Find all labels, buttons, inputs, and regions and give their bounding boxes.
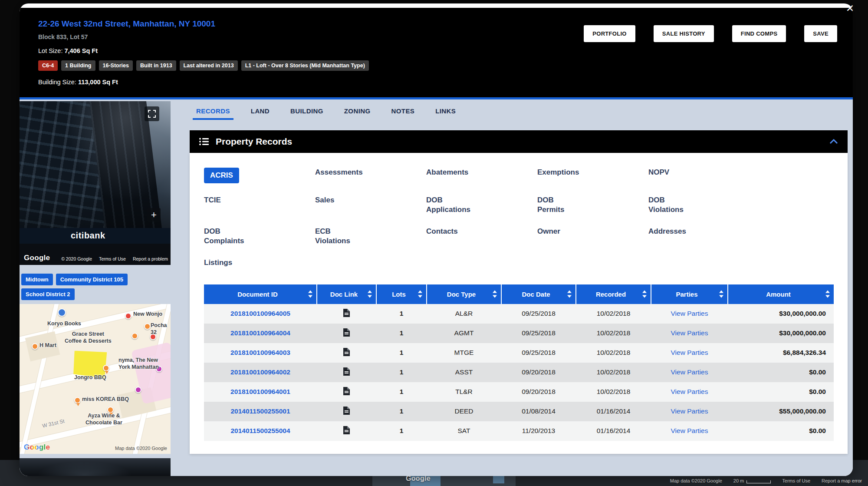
sort-icon[interactable] — [368, 291, 372, 298]
tab-zoning[interactable]: ZONING — [343, 105, 372, 120]
location-map[interactable]: Koryo Books New Wonjo Pocha 32 Grace Str… — [20, 304, 171, 454]
records-nav-contacts[interactable]: Contacts — [426, 227, 458, 236]
street-view-image[interactable]: citibank + Google © 2020 Google Terms of… — [20, 101, 171, 265]
neighborhood-tag[interactable]: Midtown — [21, 274, 53, 285]
doc-link-cell — [317, 324, 376, 343]
records-nav-ecb-violations[interactable]: ECB Violations — [315, 227, 350, 246]
acris-documents-table: Document ID Doc Link Lots Doc Type Doc D… — [204, 284, 834, 441]
aerial-view-image[interactable] — [20, 458, 171, 476]
doc-date-cell: 11/20/2013 — [501, 421, 576, 441]
sale-history-button[interactable]: SALE HISTORY — [654, 25, 714, 42]
document-id-link[interactable]: 2018100100964005 — [204, 304, 317, 324]
column-header-doc-link[interactable]: Doc Link — [317, 284, 376, 304]
zoom-in-icon[interactable]: + — [147, 208, 161, 222]
document-icon[interactable] — [343, 309, 350, 317]
school-district-tag[interactable]: School District 2 — [21, 288, 75, 300]
find-comps-button[interactable]: FIND COMPS — [732, 25, 786, 42]
records-nav-assessments[interactable]: Assessments — [315, 168, 363, 177]
records-nav-dob-applications[interactable]: DOB Applications — [426, 195, 470, 215]
terms-link[interactable]: Terms of Use — [99, 256, 126, 261]
column-header-amount[interactable]: Amount — [728, 284, 834, 304]
sort-icon[interactable] — [719, 291, 723, 298]
document-id-link[interactable]: 2014011500255004 — [204, 421, 317, 441]
document-id-link[interactable]: 2018100100964003 — [204, 343, 317, 363]
view-parties-link[interactable]: View Parties — [651, 324, 728, 343]
portfolio-button[interactable]: PORTFOLIO — [584, 25, 635, 42]
report-map-error-link[interactable]: Report a map error — [822, 478, 862, 483]
column-header-doc-date[interactable]: Doc Date — [501, 284, 576, 304]
collapse-chevron-icon[interactable] — [829, 139, 838, 144]
poi-label: Grace Street Coffee & Desserts — [65, 331, 112, 344]
map-attribution: Map data ©2020 Google — [670, 478, 722, 483]
records-nav-dob-complaints[interactable]: DOB Complaints — [204, 227, 244, 246]
recorded-cell: 10/02/2018 — [576, 382, 651, 402]
poi-marker-icon[interactable] — [107, 407, 114, 413]
records-nav-sales[interactable]: Sales — [315, 195, 334, 205]
sort-icon[interactable] — [567, 291, 572, 298]
document-icon[interactable] — [343, 328, 350, 337]
document-id-link[interactable]: 2018100100964004 — [204, 324, 317, 343]
terms-link[interactable]: Terms of Use — [782, 478, 810, 483]
records-nav-tcie[interactable]: TCIE — [204, 195, 221, 205]
sort-icon[interactable] — [418, 291, 422, 298]
poi-label: H Mart — [39, 342, 56, 349]
tab-building[interactable]: BUILDING — [289, 105, 324, 120]
community-district-tag[interactable]: Community District 105 — [56, 274, 128, 285]
document-id-link[interactable]: 2018100100964001 — [204, 382, 317, 402]
recorded-cell: 01/16/2014 — [576, 421, 651, 441]
sort-icon[interactable] — [642, 291, 647, 298]
document-icon[interactable] — [343, 367, 350, 376]
records-nav-owner[interactable]: Owner — [537, 227, 560, 236]
view-parties-link[interactable]: View Parties — [651, 343, 728, 363]
poi-marker-icon[interactable] — [74, 397, 81, 403]
document-icon[interactable] — [343, 387, 350, 395]
records-nav-addresses[interactable]: Addresses — [648, 227, 686, 236]
view-parties-link[interactable]: View Parties — [651, 363, 728, 382]
doc-date-cell: 09/25/2018 — [501, 324, 576, 343]
poi-marker-icon[interactable] — [125, 313, 132, 319]
document-id-link[interactable]: 2018100100964002 — [204, 363, 317, 382]
view-parties-link[interactable]: View Parties — [651, 382, 728, 402]
column-header-doc-type[interactable]: Doc Type — [427, 284, 501, 304]
save-button[interactable]: SAVE — [804, 25, 837, 42]
records-nav-dob-permits[interactable]: DOB Permits — [537, 195, 564, 215]
poi-marker-icon[interactable] — [32, 343, 38, 350]
fullscreen-icon[interactable] — [145, 106, 159, 121]
records-nav-abatements[interactable]: Abatements — [426, 168, 468, 177]
tab-land[interactable]: LAND — [250, 105, 270, 120]
tab-records[interactable]: RECORDS — [195, 105, 231, 120]
table-row: 2018100100964005 1 AL&R 09/25/2018 10/02… — [204, 304, 834, 324]
records-nav-acris[interactable]: ACRIS — [204, 168, 239, 183]
poi-marker-icon[interactable] — [144, 323, 151, 330]
column-header-recorded[interactable]: Recorded — [576, 284, 651, 304]
document-icon[interactable] — [343, 348, 350, 356]
poi-marker-icon[interactable] — [135, 387, 141, 393]
transit-marker-icon[interactable] — [58, 308, 66, 317]
tab-notes[interactable]: NOTES — [391, 105, 416, 120]
records-nav-nopv[interactable]: NOPV — [648, 168, 669, 177]
poi-marker-icon[interactable] — [103, 365, 109, 371]
sort-icon[interactable] — [825, 291, 830, 298]
poi-marker-icon[interactable] — [132, 333, 138, 339]
view-parties-link[interactable]: View Parties — [651, 304, 728, 324]
document-id-link[interactable]: 2014011500255001 — [204, 402, 317, 421]
amount-cell: $0.00 — [728, 421, 834, 441]
records-nav-exemptions[interactable]: Exemptions — [537, 168, 579, 177]
sort-icon[interactable] — [308, 291, 312, 298]
doc-type-cell: AL&R — [427, 304, 501, 324]
records-nav-listings[interactable]: Listings — [204, 258, 232, 268]
report-problem-link[interactable]: Report a problem — [133, 256, 168, 261]
property-records-bar[interactable]: Property Records — [190, 130, 848, 153]
sort-icon[interactable] — [493, 291, 497, 298]
recorded-cell: 10/02/2018 — [576, 343, 651, 363]
tab-links[interactable]: LINKS — [434, 105, 457, 120]
close-icon[interactable]: ✕ — [846, 3, 854, 13]
column-header-document-id[interactable]: Document ID — [204, 284, 317, 304]
records-nav-dob-violations[interactable]: DOB Violations — [648, 195, 684, 215]
document-icon[interactable] — [343, 426, 350, 434]
column-header-lots[interactable]: Lots — [376, 284, 427, 304]
document-icon[interactable] — [343, 407, 350, 415]
view-parties-link[interactable]: View Parties — [651, 421, 728, 441]
view-parties-link[interactable]: View Parties — [651, 402, 728, 421]
column-header-parties[interactable]: Parties — [651, 284, 728, 304]
